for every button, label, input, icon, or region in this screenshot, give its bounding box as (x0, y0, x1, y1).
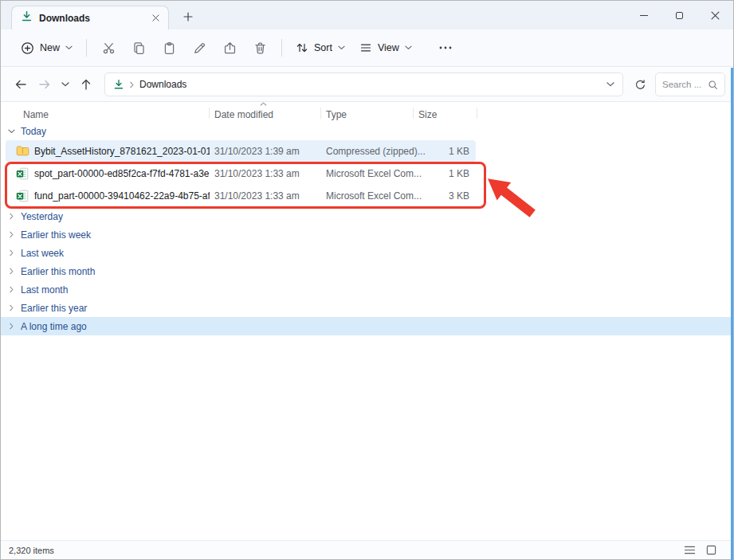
chevron-down-icon (65, 45, 73, 50)
chevron-collapsed-icon[interactable] (7, 323, 16, 330)
excel-file-icon (16, 167, 29, 180)
group-row-last-month[interactable]: Last month (1, 280, 733, 299)
chevron-down-icon (61, 82, 69, 87)
up-button[interactable] (74, 72, 98, 96)
file-date-modified: 31/10/2023 1:33 am (214, 168, 300, 179)
refresh-button[interactable] (628, 72, 652, 96)
new-button[interactable]: New (14, 36, 80, 61)
group-row-last-week[interactable]: Last week (1, 244, 733, 262)
new-item-icon (21, 41, 34, 55)
share-icon (223, 41, 237, 55)
file-list-area: Name Date modified Type Size Today Bybit… (1, 102, 733, 540)
close-icon (711, 11, 720, 20)
cut-button[interactable] (93, 34, 124, 61)
tab-close-icon[interactable] (148, 11, 163, 25)
column-separator[interactable] (477, 108, 477, 119)
see-more-button[interactable] (430, 34, 461, 61)
group-row-earlier-this-year[interactable]: Earlier this year (1, 299, 733, 317)
address-dropdown-icon[interactable] (606, 82, 614, 87)
copy-button[interactable] (124, 34, 154, 61)
group-label: Earlier this week (21, 229, 91, 241)
chevron-collapsed-icon[interactable] (7, 249, 16, 257)
column-separator[interactable] (413, 108, 414, 119)
file-name: Bybit_AssetHistory_8781621_2023-01-01_20… (34, 146, 210, 157)
maximize-button[interactable] (661, 1, 697, 29)
refresh-icon (634, 79, 646, 91)
arrow-left-icon (14, 78, 27, 91)
file-date-modified: 31/10/2023 1:39 am (214, 146, 300, 157)
delete-button[interactable] (245, 34, 275, 61)
details-view-icon (684, 545, 696, 555)
group-row-earlier-this-month[interactable]: Earlier this month (1, 262, 733, 280)
file-date-modified: 31/10/2023 1:33 am (214, 190, 300, 202)
paste-icon (163, 41, 176, 55)
toolbar-divider (281, 39, 282, 57)
column-header-size[interactable]: Size (418, 109, 437, 120)
minimize-button[interactable] (626, 1, 661, 29)
ellipsis-icon (439, 46, 452, 49)
chevron-collapsed-icon[interactable] (7, 231, 16, 238)
breadcrumb-location[interactable]: Downloads (139, 79, 186, 90)
excel-file-icon (16, 190, 29, 202)
search-icon (708, 80, 718, 90)
forward-button[interactable] (33, 72, 57, 96)
large-icons-view-button[interactable] (703, 543, 719, 557)
file-name: fund_part-00000-39410462-22a9-4b75-afb1-… (34, 190, 210, 202)
sort-ascending-icon (260, 102, 267, 106)
zip-folder-icon (16, 145, 29, 156)
chevron-collapsed-icon[interactable] (7, 213, 16, 220)
close-button[interactable] (697, 1, 733, 29)
chevron-down-icon (405, 45, 412, 50)
sort-button[interactable]: Sort (288, 36, 352, 60)
trash-icon (253, 41, 267, 55)
downloads-icon (21, 10, 33, 25)
view-button-label: View (378, 42, 399, 53)
file-name: spot_part-00000-ed85f2ca-f7fd-4781-a3e6-… (34, 168, 210, 179)
recent-locations-button[interactable] (57, 72, 74, 96)
chevron-down-icon (338, 45, 345, 50)
share-button[interactable] (214, 34, 245, 61)
navigation-bar: Downloads (1, 68, 733, 102)
file-size: 1 KB (388, 146, 469, 157)
chevron-expanded-icon[interactable] (7, 129, 16, 134)
details-view-button[interactable] (681, 543, 697, 557)
rename-button[interactable] (184, 34, 214, 61)
group-row-today[interactable]: Today (1, 123, 733, 140)
large-icons-view-icon (706, 545, 716, 555)
file-size: 3 KB (388, 190, 469, 202)
arrow-up-icon (80, 78, 92, 91)
column-separator[interactable] (320, 108, 321, 119)
group-row-earlier-this-week[interactable]: Earlier this week (1, 225, 733, 244)
file-explorer-window: Downloads New (0, 0, 734, 560)
search-input[interactable] (662, 80, 705, 89)
group-row-a-long-time-ago[interactable]: A long time ago (1, 317, 733, 335)
group-label: A long time ago (21, 321, 87, 332)
column-header-type[interactable]: Type (326, 109, 347, 120)
address-bar[interactable]: Downloads (104, 72, 623, 96)
back-button[interactable] (9, 72, 33, 96)
file-row-spot-csv[interactable]: spot_part-00000-ed85f2ca-f7fd-4781-a3e6-… (6, 163, 476, 185)
paste-button[interactable] (154, 34, 184, 61)
file-row-zip[interactable]: Bybit_AssetHistory_8781621_2023-01-01_20… (6, 140, 476, 163)
file-row-fund-csv[interactable]: fund_part-00000-39410462-22a9-4b75-afb1-… (6, 185, 476, 207)
chevron-collapsed-icon[interactable] (7, 304, 16, 311)
toolbar-divider (86, 39, 87, 57)
maximize-icon (676, 12, 683, 19)
chevron-collapsed-icon[interactable] (7, 268, 16, 275)
arrow-right-icon (38, 78, 51, 91)
group-row-yesterday[interactable]: Yesterday (1, 207, 733, 225)
new-tab-button[interactable] (179, 7, 198, 26)
search-box[interactable] (655, 72, 725, 96)
file-size: 1 KB (388, 168, 469, 179)
view-button[interactable]: View (352, 36, 419, 60)
group-label: Yesterday (21, 211, 63, 222)
copy-icon (132, 41, 146, 55)
tab-title: Downloads (39, 13, 142, 24)
group-label: Earlier this month (21, 266, 95, 277)
explorer-tab-downloads[interactable]: Downloads (11, 6, 169, 29)
column-header-date-modified[interactable]: Date modified (214, 109, 273, 120)
column-separator[interactable] (209, 108, 210, 119)
group-label: Today (21, 126, 46, 137)
column-header-name[interactable]: Name (23, 109, 49, 120)
chevron-collapsed-icon[interactable] (7, 286, 16, 293)
